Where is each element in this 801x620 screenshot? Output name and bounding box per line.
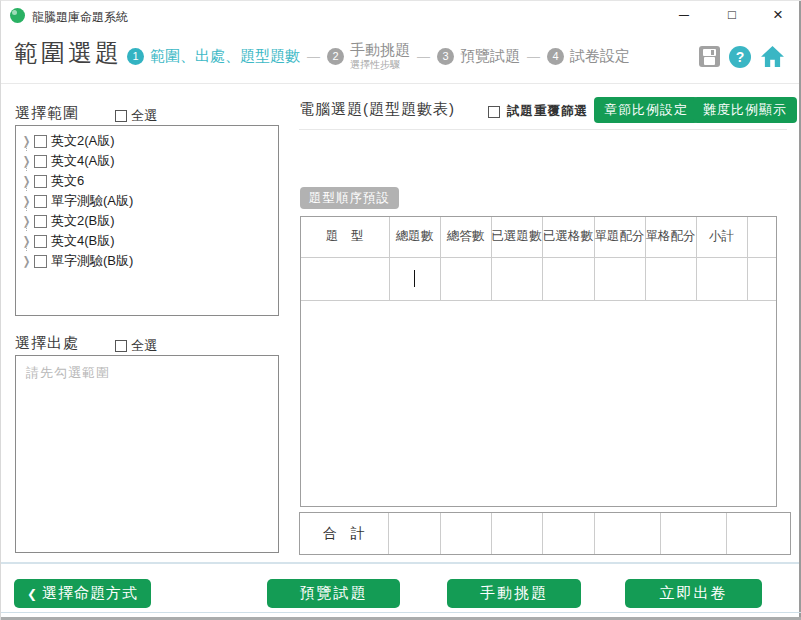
tree-item-eng2b[interactable]: ❯ 英文2(B版) [20, 211, 274, 231]
total-cell [491, 513, 542, 554]
total-cell [542, 513, 594, 554]
range-select-all-checkbox[interactable] [115, 110, 127, 122]
page-title: 範圍選題 [14, 37, 122, 69]
chevron-right-icon[interactable]: ❯ [20, 235, 33, 248]
app-window: 龍騰題庫命題系統 ─ □ × 範圍選題 1 範圍、出處、題型題數 — 2 手動挑… [0, 0, 801, 620]
cell-selected-blanks[interactable] [542, 257, 594, 300]
checkbox[interactable] [34, 235, 47, 248]
back-to-method-button[interactable]: ❮選擇命題方式 [14, 579, 151, 608]
chevron-right-icon[interactable]: ❯ [20, 135, 33, 148]
step-indicator: 1 範圍、出處、題型題數 — 2 手動挑題 選擇性步驟 — 3 預覽試題 — 4… [127, 39, 630, 73]
col-question-type: 題 型 [301, 217, 389, 257]
difficulty-ratio-button[interactable]: 難度比例顯示 [693, 97, 797, 123]
step-1-badge: 1 [127, 48, 144, 65]
col-empty [747, 217, 776, 257]
checkbox[interactable] [34, 215, 47, 228]
total-row: 合 計 [300, 513, 790, 554]
chevron-right-icon[interactable]: ❯ [20, 155, 33, 168]
home-icon[interactable] [760, 45, 785, 68]
step-3-preview: 3 預覽試題 [437, 47, 520, 66]
step-separator: — [307, 49, 320, 64]
col-total-questions: 總題數 [389, 217, 440, 257]
checkbox[interactable] [34, 255, 47, 268]
cell-selected-questions[interactable] [491, 257, 542, 300]
source-select-all-label: 全選 [131, 337, 157, 355]
tree-item-vocab-b[interactable]: ❯ 單字測驗(B版) [20, 251, 274, 271]
col-points-per-blank: 單格配分 [645, 217, 696, 257]
checkbox[interactable] [34, 135, 47, 148]
generate-paper-button[interactable]: 立即出卷 [625, 579, 762, 608]
duplicate-filter-label: 試題重覆篩選 [507, 103, 588, 120]
window-title: 龍騰題庫命題系統 [32, 9, 128, 26]
source-select-all[interactable]: 全選 [115, 337, 157, 355]
app-logo-icon [10, 8, 25, 23]
checkbox[interactable] [34, 175, 47, 188]
source-placeholder: 請先勾選範圍 [26, 364, 268, 382]
chevron-right-icon[interactable]: ❯ [20, 175, 33, 188]
duplicate-filter-checkbox[interactable] [488, 106, 500, 118]
header-icons: ? [699, 45, 785, 68]
maximize-button[interactable]: □ [715, 1, 749, 29]
total-row-table: 合 計 [299, 512, 791, 555]
cell-points-per-question[interactable] [594, 257, 645, 300]
window-bottom-highlight [1, 612, 801, 613]
tree-item-eng2a[interactable]: ❯ 英文2(A版) [20, 131, 274, 151]
tree-item-eng4a[interactable]: ❯ 英文4(A版) [20, 151, 274, 171]
save-icon[interactable] [699, 46, 720, 67]
question-order-default-button[interactable]: 題型順序預設 [300, 187, 399, 209]
table-header-row: 題 型 總題數 總答數 已選題數 已選格數 單題配分 單格配分 小計 [301, 217, 776, 257]
chapter-ratio-button[interactable]: 章節比例設定 [594, 97, 698, 123]
close-button[interactable]: × [761, 1, 795, 29]
minimize-button[interactable]: ─ [667, 1, 701, 29]
chevron-right-icon[interactable]: ❯ [20, 195, 33, 208]
cell-points-per-blank[interactable] [645, 257, 696, 300]
col-total-answers: 總答數 [440, 217, 491, 257]
save-icon-slot [711, 50, 714, 55]
footer-divider [1, 562, 801, 564]
title-bar: 龍騰題庫命題系統 ─ □ × [1, 1, 801, 29]
step-4-paper-settings: 4 試卷設定 [547, 47, 630, 66]
col-subtotal: 小計 [696, 217, 747, 257]
total-cell [594, 513, 660, 554]
duplicate-filter[interactable]: 試題重覆篩選 [488, 103, 588, 120]
step-1-range: 1 範圍、出處、題型題數 [127, 47, 300, 66]
step-2-badge: 2 [327, 48, 344, 65]
cell-total-questions[interactable] [389, 257, 440, 300]
tree-item-eng6[interactable]: ❯ 英文6 [20, 171, 274, 191]
source-select-all-checkbox[interactable] [115, 340, 127, 352]
range-select-all[interactable]: 全選 [115, 107, 157, 125]
total-label: 合 計 [300, 513, 388, 554]
checkbox[interactable] [34, 195, 47, 208]
help-icon[interactable]: ? [729, 46, 751, 68]
range-select-all-label: 全選 [131, 107, 157, 125]
source-section-title: 選擇出處 [15, 334, 79, 353]
source-panel: 請先勾選範圍 [15, 355, 279, 553]
total-cell [440, 513, 491, 554]
total-cell [660, 513, 726, 554]
cell-subtotal[interactable] [696, 257, 747, 300]
cell-total-answers[interactable] [440, 257, 491, 300]
question-type-table: 題 型 總題數 總答數 已選題數 已選格數 單題配分 單格配分 小計 [300, 216, 777, 507]
chevron-right-icon[interactable]: ❯ [20, 255, 33, 268]
tree-item-eng4b[interactable]: ❯ 英文4(B版) [20, 231, 274, 251]
chevron-right-icon[interactable]: ❯ [20, 215, 33, 228]
checkbox[interactable] [34, 155, 47, 168]
table-row[interactable] [301, 257, 776, 300]
right-panel-divider [299, 129, 787, 130]
col-selected-blanks: 已選格數 [542, 217, 594, 257]
header-divider [1, 83, 801, 84]
manual-pick-button[interactable]: 手動挑題 [447, 579, 581, 608]
chevron-left-icon: ❮ [27, 587, 38, 601]
col-points-per-question: 單題配分 [594, 217, 645, 257]
cell-question-type[interactable] [301, 257, 389, 300]
tree-item-vocab-a[interactable]: ❯ 單字測驗(A版) [20, 191, 274, 211]
range-section-title: 選擇範圍 [15, 104, 79, 123]
computer-select-title: 電腦選題(題型題數表) [299, 100, 455, 119]
cell-empty[interactable] [747, 257, 776, 300]
step-separator: — [527, 49, 540, 64]
total-cell [726, 513, 790, 554]
step-2-manual-pick: 2 手動挑題 選擇性步驟 [327, 42, 410, 70]
step-4-badge: 4 [547, 48, 564, 65]
preview-questions-button[interactable]: 預覽試題 [267, 579, 400, 608]
step-separator: — [417, 49, 430, 64]
